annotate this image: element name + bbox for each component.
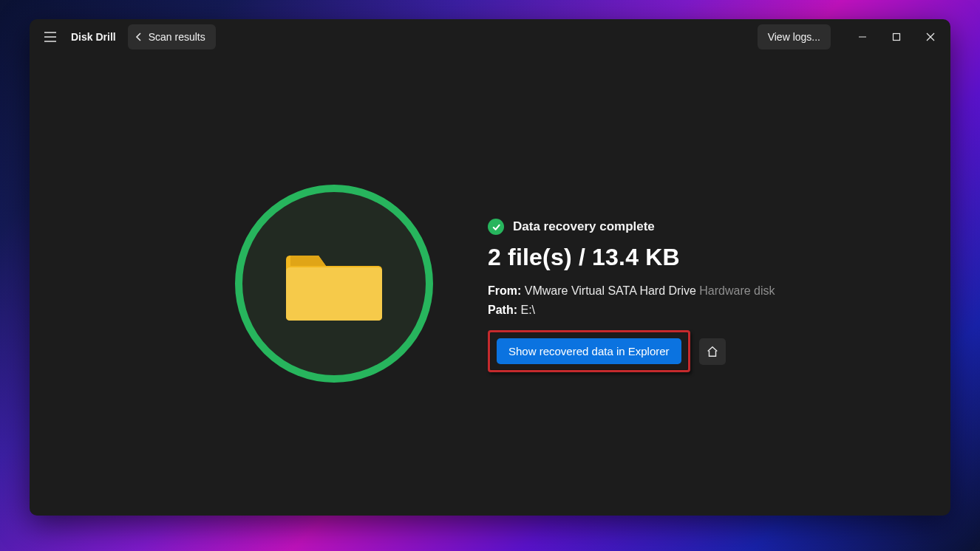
content-stage: Data recovery complete 2 file(s) / 13.4 …: [30, 55, 950, 516]
menu-button[interactable]: [37, 24, 64, 50]
check-icon: [491, 222, 501, 232]
highlight-annotation: Show recovered data in Explorer: [488, 330, 690, 372]
app-title: Disk Drill: [71, 31, 116, 43]
action-row: Show recovered data in Explorer: [488, 330, 775, 372]
breadcrumb-chip[interactable]: Scan results: [128, 24, 216, 49]
home-button[interactable]: [699, 338, 726, 365]
status-text: Data recovery complete: [513, 219, 655, 234]
hamburger-icon: [44, 32, 57, 42]
path-line: Path: E:\: [488, 304, 775, 317]
close-icon: [926, 32, 935, 41]
minimize-button[interactable]: [845, 19, 879, 55]
breadcrumb-label: Scan results: [149, 31, 205, 43]
from-label: From:: [488, 284, 521, 297]
result-headline: 2 file(s) / 13.4 KB: [488, 244, 775, 271]
check-badge: [488, 219, 504, 235]
result-panel: Data recovery complete 2 file(s) / 13.4 …: [488, 219, 775, 372]
status-row: Data recovery complete: [488, 219, 775, 235]
app-window: Disk Drill Scan results View logs...: [30, 19, 950, 516]
titlebar: Disk Drill Scan results View logs...: [30, 19, 950, 55]
maximize-button[interactable]: [879, 19, 913, 55]
folder-icon: [283, 242, 385, 325]
path-label: Path:: [488, 304, 517, 316]
result-illustration: [235, 185, 433, 383]
svg-rect-7: [286, 267, 382, 321]
minimize-icon: [858, 32, 867, 41]
from-value: VMware Virtual SATA Hard Drive: [525, 284, 696, 297]
view-logs-button[interactable]: View logs...: [758, 24, 831, 49]
maximize-icon: [892, 32, 901, 41]
chevron-left-icon: [134, 32, 144, 42]
show-in-explorer-button[interactable]: Show recovered data in Explorer: [497, 338, 681, 364]
close-button[interactable]: [913, 19, 947, 55]
view-logs-label: View logs...: [768, 31, 820, 43]
from-line: From: VMware Virtual SATA Hard Drive Har…: [488, 284, 775, 298]
from-type: Hardware disk: [699, 284, 775, 297]
home-icon: [706, 345, 719, 358]
window-controls: [845, 19, 947, 55]
path-value: E:\: [520, 304, 535, 316]
svg-rect-4: [894, 34, 900, 41]
